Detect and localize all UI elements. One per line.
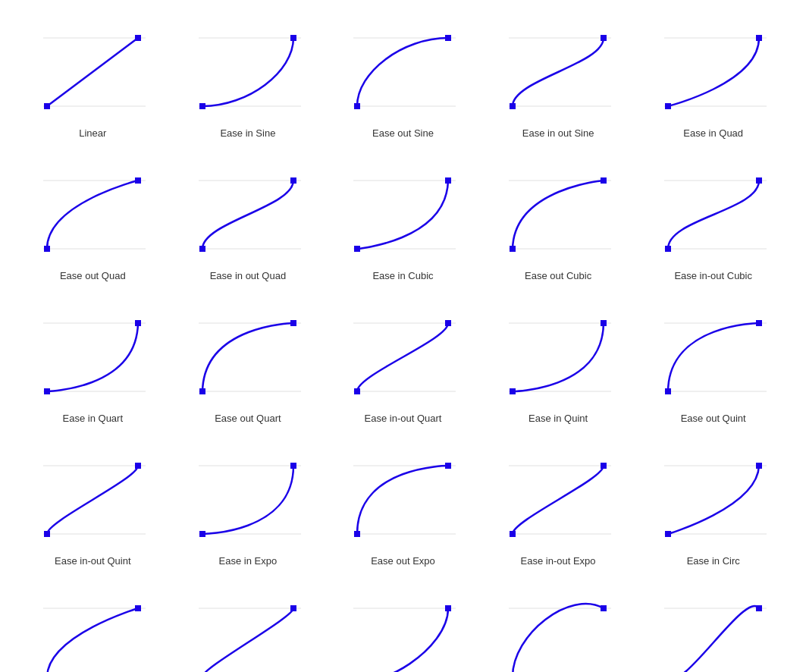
svg-rect-34 (510, 246, 516, 252)
curve-svg-ease-out-sine (342, 23, 463, 121)
curve-svg-ease-in-cubic (342, 165, 463, 264)
curve-cell-ease-out-quad: Ease out Quad (15, 158, 171, 293)
curve-label-ease-out-quint: Ease out Quint (681, 413, 746, 424)
curve-label-linear: Linear (79, 127, 106, 139)
svg-rect-79 (756, 463, 762, 469)
svg-rect-83 (135, 605, 141, 611)
curve-svg-ease-in-circ (653, 451, 774, 549)
curve-label-ease-out-expo: Ease out Expo (371, 555, 435, 567)
svg-rect-66 (199, 531, 205, 537)
svg-rect-11 (445, 35, 451, 41)
curve-label-ease-in-out-expo: Ease in-out Expo (521, 555, 596, 567)
svg-rect-31 (445, 177, 451, 184)
curve-svg-ease-in-out-circ (187, 593, 309, 672)
svg-rect-59 (756, 320, 762, 326)
curve-svg-ease-in-out-quad (187, 165, 309, 264)
curve-svg-ease-out-expo (342, 451, 463, 549)
svg-rect-14 (510, 103, 516, 109)
curve-label-ease-out-sine: Ease out Sine (372, 127, 434, 139)
curve-label-ease-in-out-cubic: Ease in-out Cubic (674, 270, 752, 281)
svg-rect-22 (44, 246, 50, 252)
curve-svg-ease-out-cubic (497, 165, 619, 264)
curve-cell-linear: Linear (15, 15, 171, 150)
curve-label-ease-out-quad: Ease out Quad (60, 270, 126, 281)
svg-rect-75 (601, 463, 607, 469)
curve-svg-ease-in-sine (187, 23, 309, 121)
curve-cell-ease-in-expo: Ease in Expo (171, 443, 326, 578)
svg-rect-47 (290, 320, 296, 326)
svg-rect-35 (601, 177, 607, 184)
curve-svg-ease-in-back (342, 593, 463, 672)
curve-label-ease-out-quart: Ease out Quart (215, 413, 281, 424)
curve-svg-ease-out-quad (32, 165, 153, 264)
curve-cell-ease-in-out-back: Ease in-out Back (635, 586, 791, 672)
svg-rect-78 (665, 531, 671, 537)
curve-svg-ease-in-quint (497, 308, 619, 407)
curve-cell-ease-in-out-circ: Ease in-out Circ (171, 586, 326, 672)
curve-svg-ease-in-out-expo (497, 451, 619, 549)
curve-label-ease-in-sine: Ease in Sine (220, 127, 275, 139)
curve-cell-ease-out-quint: Ease out Quint (635, 300, 791, 435)
curve-cell-ease-in-out-cubic: Ease in-out Cubic (635, 158, 791, 293)
svg-rect-91 (445, 605, 451, 611)
svg-rect-70 (354, 531, 360, 537)
svg-rect-99 (756, 605, 762, 611)
curve-cell-ease-out-quart: Ease out Quart (171, 300, 326, 435)
curve-cell-ease-in-quart: Ease in Quart (15, 300, 171, 435)
curve-cell-ease-in-quad: Ease in Quad (635, 15, 791, 150)
curve-svg-ease-out-quart (187, 308, 309, 407)
curve-label-ease-in-cubic: Ease in Cubic (372, 270, 433, 281)
curve-cell-ease-in-circ: Ease in Circ (635, 443, 791, 578)
curve-svg-ease-in-out-sine (497, 23, 619, 121)
curve-svg-ease-out-back (497, 593, 619, 672)
svg-rect-3 (135, 35, 141, 41)
svg-rect-39 (756, 177, 762, 184)
curve-svg-ease-in-quad (653, 23, 774, 121)
curve-label-ease-in-out-sine: Ease in out Sine (522, 127, 594, 139)
curve-svg-ease-out-circ (32, 593, 153, 672)
curve-svg-ease-in-out-cubic (653, 165, 774, 264)
svg-rect-43 (135, 320, 141, 326)
svg-rect-50 (354, 388, 360, 394)
svg-rect-7 (290, 35, 296, 41)
curve-svg-linear (32, 23, 153, 121)
curve-svg-ease-in-out-back (653, 593, 774, 672)
curve-label-ease-in-quint: Ease in Quint (528, 413, 588, 424)
svg-rect-87 (290, 605, 296, 611)
svg-rect-74 (510, 531, 516, 537)
svg-rect-58 (665, 388, 671, 394)
svg-rect-46 (199, 388, 205, 394)
svg-rect-55 (601, 320, 607, 326)
curve-cell-ease-out-cubic: Ease out Cubic (481, 158, 636, 293)
svg-rect-15 (601, 35, 607, 41)
curve-cell-ease-in-out-quad: Ease in out Quad (171, 158, 326, 293)
svg-rect-30 (354, 246, 360, 252)
curve-cell-ease-in-out-quart: Ease in-out Quart (325, 300, 481, 435)
easing-grid: LinearEase in SineEase out SineEase in o… (15, 15, 791, 672)
curve-cell-ease-out-expo: Ease out Expo (325, 443, 481, 578)
svg-rect-71 (445, 463, 451, 469)
svg-rect-6 (199, 103, 205, 109)
curve-cell-ease-out-circ: Ease out Circ (15, 586, 171, 672)
curve-label-ease-in-circ: Ease in Circ (687, 555, 740, 567)
curve-cell-ease-out-back: Ease out Back (481, 586, 636, 672)
curve-label-ease-in-out-quad: Ease in out Quad (210, 270, 286, 281)
curve-cell-ease-out-sine: Ease out Sine (325, 15, 481, 150)
curve-cell-ease-in-out-expo: Ease in-out Expo (481, 443, 636, 578)
curve-label-ease-in-out-quart: Ease in-out Quart (365, 413, 442, 424)
curve-svg-ease-out-quint (653, 308, 774, 407)
svg-rect-2 (44, 103, 50, 109)
curve-svg-ease-in-expo (187, 451, 309, 549)
curve-svg-ease-in-out-quart (342, 308, 463, 407)
svg-rect-62 (44, 531, 50, 537)
curve-label-ease-in-quart: Ease in Quart (63, 413, 124, 424)
curve-cell-ease-in-out-quint: Ease in-out Quint (15, 443, 171, 578)
curve-svg-ease-in-out-quint (32, 451, 153, 549)
svg-rect-27 (290, 177, 296, 184)
curve-label-ease-out-cubic: Ease out Cubic (525, 270, 591, 281)
curve-label-ease-in-quad: Ease in Quad (683, 127, 743, 139)
svg-rect-42 (44, 388, 50, 394)
svg-rect-54 (510, 388, 516, 394)
svg-rect-38 (665, 246, 671, 252)
curve-label-ease-in-expo: Ease in Expo (219, 555, 278, 567)
